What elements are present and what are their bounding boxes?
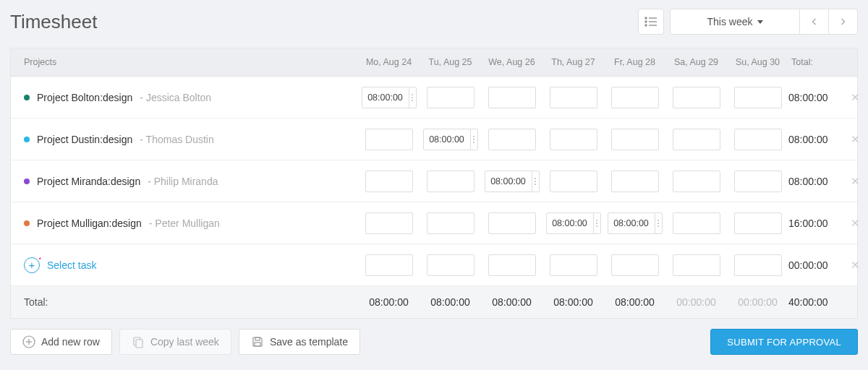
row-total: 00:00:00 <box>788 259 843 271</box>
table-row: Project Dustin:design - Thomas Dustin08:… <box>11 119 857 160</box>
delete-row-button[interactable]: ✕ <box>851 217 860 230</box>
copy-last-week-label: Copy last week <box>150 336 219 348</box>
period-prev-button[interactable] <box>800 9 829 35</box>
project-person: - Philip Miranda <box>148 176 218 187</box>
table-row: Project Bolton:design - Jessica Bolton08… <box>11 77 857 119</box>
time-input[interactable] <box>734 212 782 234</box>
time-input[interactable] <box>488 212 536 234</box>
time-input[interactable] <box>427 254 475 276</box>
row-total: 16:00:00 <box>788 218 843 229</box>
footer-label: Total: <box>11 296 358 308</box>
time-input[interactable] <box>611 87 659 108</box>
time-input[interactable] <box>365 129 413 150</box>
time-input[interactable] <box>427 212 475 234</box>
time-input[interactable] <box>365 171 413 192</box>
submit-label: SUBMIT FOR APPROVAL <box>727 337 841 348</box>
row-total: 08:00:00 <box>788 176 843 187</box>
time-input[interactable] <box>734 171 782 192</box>
time-input[interactable] <box>550 87 597 108</box>
time-input[interactable] <box>673 171 720 192</box>
time-drag-handle[interactable] <box>471 129 478 150</box>
svg-rect-10 <box>136 340 142 348</box>
select-task-button[interactable]: * Select task <box>11 257 358 273</box>
time-input[interactable] <box>611 254 659 276</box>
chevron-right-icon <box>841 18 846 25</box>
project-color-dot <box>24 178 30 184</box>
col-header-day: Mo, Aug 24 <box>358 48 420 76</box>
svg-rect-12 <box>255 343 260 346</box>
col-header-day: Sa, Aug 29 <box>665 48 727 76</box>
time-input[interactable] <box>488 87 536 108</box>
row-total: 08:00:00 <box>788 134 843 145</box>
col-header-projects: Projects <box>11 48 358 76</box>
project-color-dot <box>24 137 30 142</box>
col-header-day: Th, Aug 27 <box>542 48 604 76</box>
footer-grand-total: 40:00:00 <box>788 296 843 308</box>
table-row: Project Miranda:design - Philip Miranda0… <box>11 160 857 202</box>
save-icon <box>251 335 264 348</box>
time-input[interactable] <box>362 87 409 108</box>
time-input[interactable] <box>734 129 782 150</box>
time-drag-handle[interactable] <box>409 87 417 108</box>
list-view-toggle[interactable] <box>638 9 664 35</box>
project-color-dot <box>24 95 30 100</box>
period-label: This week <box>707 16 752 27</box>
project-color-dot <box>24 220 30 226</box>
period-next-button[interactable] <box>829 9 858 35</box>
time-drag-handle[interactable] <box>594 212 601 234</box>
period-selector[interactable]: This week <box>670 9 800 35</box>
submit-approval-button[interactable]: SUBMIT FOR APPROVAL <box>710 329 858 355</box>
add-row-button[interactable]: Add new row <box>10 329 112 355</box>
svg-rect-11 <box>255 337 260 340</box>
time-input[interactable] <box>611 171 659 192</box>
time-input[interactable] <box>546 212 594 234</box>
row-total: 08:00:00 <box>788 92 843 103</box>
footer-day-total: 08:00:00 <box>358 296 420 308</box>
col-header-day: Su, Aug 30 <box>727 48 788 76</box>
delete-row-button[interactable]: ✕ <box>851 175 860 188</box>
select-task-label: Select task <box>47 259 96 271</box>
delete-row-button[interactable]: ✕ <box>851 259 860 272</box>
time-input[interactable] <box>365 254 413 276</box>
project-name: Project Miranda:design <box>37 176 140 187</box>
footer-day-total: 00:00:00 <box>727 296 788 308</box>
copy-icon <box>132 335 145 348</box>
time-input[interactable] <box>488 254 536 276</box>
chevron-down-icon <box>757 20 763 24</box>
time-input[interactable] <box>485 171 532 192</box>
save-template-button[interactable]: Save as template <box>239 329 360 355</box>
grid-footer: Total: 08:00:00 08:00:00 08:00:00 08:00:… <box>11 286 857 318</box>
copy-last-week-button[interactable]: Copy last week <box>119 329 231 355</box>
page-title: Timesheet <box>10 11 97 33</box>
grid-header: Projects Mo, Aug 24 Tu, Aug 25 We, Aug 2… <box>11 48 857 77</box>
footer-day-total: 08:00:00 <box>481 296 542 308</box>
footer-day-total: 08:00:00 <box>542 296 604 308</box>
time-input[interactable] <box>673 254 720 276</box>
footer-day-total: 08:00:00 <box>604 296 665 308</box>
svg-point-0 <box>645 17 647 19</box>
time-input[interactable] <box>608 212 655 234</box>
time-input[interactable] <box>427 171 475 192</box>
time-input[interactable] <box>734 254 782 276</box>
col-header-day: We, Aug 26 <box>481 48 542 76</box>
time-input[interactable] <box>365 212 413 234</box>
time-input[interactable] <box>550 254 597 276</box>
time-input[interactable] <box>673 129 720 150</box>
chevron-left-icon <box>812 18 817 25</box>
time-input[interactable] <box>423 129 471 150</box>
delete-row-button[interactable]: ✕ <box>851 133 860 146</box>
time-input[interactable] <box>673 212 720 234</box>
time-input[interactable] <box>673 87 720 108</box>
time-input[interactable] <box>550 171 597 192</box>
time-drag-handle[interactable] <box>532 171 540 192</box>
project-person: - Thomas Dustin <box>140 134 213 145</box>
svg-point-2 <box>645 21 647 22</box>
time-input[interactable] <box>734 87 782 108</box>
time-input[interactable] <box>488 129 536 150</box>
time-input[interactable] <box>427 87 475 108</box>
time-input[interactable] <box>611 129 659 150</box>
delete-row-button[interactable]: ✕ <box>851 91 860 104</box>
time-drag-handle[interactable] <box>655 212 663 234</box>
col-header-total: Total: <box>788 48 843 76</box>
time-input[interactable] <box>550 129 597 150</box>
